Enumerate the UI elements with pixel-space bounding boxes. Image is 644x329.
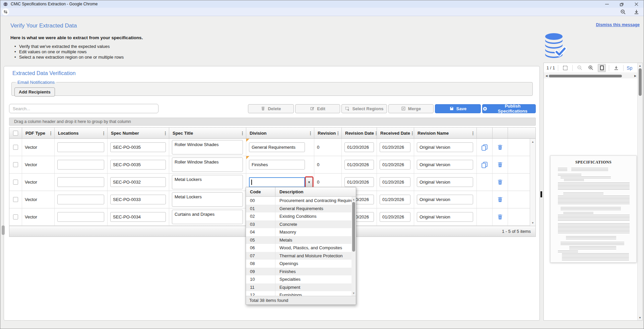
column-menu-icon[interactable]: [410, 131, 414, 136]
zoom-out-button[interactable]: [576, 64, 584, 72]
spec-title-input[interactable]: Roller Window Shades: [172, 157, 243, 172]
spec-title-input[interactable]: Metal Lockers: [172, 175, 243, 189]
dropdown-item[interactable]: 06Wood, Plastics, and Composites: [246, 244, 356, 252]
revision-date-input[interactable]: [344, 160, 374, 170]
revision-name-input[interactable]: [417, 212, 473, 222]
tune-button[interactable]: [2, 8, 9, 15]
dropdown-item[interactable]: 07Thermal and Moisture Protection: [246, 252, 356, 260]
division-dropdown-arrow-button[interactable]: [306, 177, 313, 187]
select-regions-button[interactable]: Select Regions: [341, 104, 387, 113]
column-header-division[interactable]: Division: [246, 128, 314, 138]
received-date-input[interactable]: [380, 177, 410, 187]
minimize-button[interactable]: [599, 0, 614, 8]
division-combobox-input[interactable]: [249, 177, 305, 187]
pdf-vertical-scrollbar[interactable]: [637, 63, 642, 320]
column-header-revision-name[interactable]: Revision Name: [414, 128, 477, 138]
received-date-input[interactable]: [380, 160, 410, 170]
row-checkbox[interactable]: [13, 162, 18, 167]
column-header-revision[interactable]: Revision: [314, 128, 342, 138]
download-pdf-button[interactable]: [612, 64, 620, 72]
fit-page-button[interactable]: [598, 64, 606, 72]
spec-number-input[interactable]: [110, 212, 166, 222]
group-by-drop-zone[interactable]: Drag a column header and drop it here to…: [9, 118, 536, 126]
locations-input[interactable]: [57, 195, 104, 204]
dropdown-scrollbar[interactable]: [351, 197, 356, 296]
grid-vertical-scrollbar[interactable]: [530, 139, 535, 226]
merge-button[interactable]: Merge: [388, 104, 434, 113]
row-checkbox[interactable]: [13, 214, 18, 219]
panel-splitter-mark[interactable]: [540, 191, 542, 197]
add-recipients-button[interactable]: Add Recipients: [14, 87, 55, 96]
delete-button[interactable]: Delete: [248, 104, 294, 113]
column-menu-icon[interactable]: [163, 131, 168, 136]
locations-input[interactable]: [57, 177, 104, 187]
column-header-spec-title[interactable]: Spec Title: [169, 128, 246, 138]
dropdown-item[interactable]: 10Specialties: [246, 275, 356, 283]
column-header-received-date[interactable]: Received Date: [377, 128, 414, 138]
scroll-up-icon[interactable]: [638, 64, 642, 68]
dropdown-item[interactable]: 04Masonry: [246, 228, 356, 236]
row-checkbox[interactable]: [13, 180, 18, 185]
row-checkbox[interactable]: [13, 197, 18, 202]
close-button[interactable]: [629, 0, 644, 8]
revision-date-input[interactable]: [344, 142, 374, 152]
delete-row-button[interactable]: [495, 196, 505, 203]
column-header-locations[interactable]: Locations: [55, 128, 108, 138]
delete-row-button[interactable]: [495, 214, 505, 220]
locations-input[interactable]: [57, 160, 104, 170]
revision-name-input[interactable]: [417, 142, 473, 152]
division-input[interactable]: [249, 142, 305, 152]
scroll-down-icon[interactable]: [530, 220, 535, 225]
revision-name-input[interactable]: [417, 160, 473, 170]
delete-row-button[interactable]: [495, 144, 505, 150]
spec-title-input[interactable]: Curtains and Drapes: [172, 210, 243, 224]
received-date-input[interactable]: [380, 195, 410, 204]
locations-input[interactable]: [57, 142, 104, 152]
select-all-checkbox[interactable]: [13, 131, 18, 136]
dropdown-item[interactable]: 09Finishes: [246, 268, 356, 276]
dropdown-item[interactable]: 03Concrete: [246, 220, 356, 228]
scroll-left-icon[interactable]: [544, 73, 549, 78]
region-select-button[interactable]: [561, 64, 569, 72]
received-date-input[interactable]: [380, 212, 410, 222]
revision-date-input[interactable]: [344, 177, 374, 187]
spec-number-input[interactable]: [110, 195, 166, 204]
scroll-up-icon[interactable]: [530, 139, 535, 144]
scroll-right-icon[interactable]: [633, 73, 637, 78]
column-header-pdf-type[interactable]: PDF Type: [22, 128, 55, 138]
revision-name-input[interactable]: [417, 195, 473, 204]
scrollbar-thumb[interactable]: [352, 202, 355, 252]
publish-specifications-button[interactable]: Publish Specifications: [482, 104, 536, 113]
scroll-down-icon[interactable]: [638, 316, 642, 320]
copy-row-button[interactable]: [479, 144, 490, 151]
dropdown-item[interactable]: 02Existing Conditions: [246, 212, 356, 220]
zoom-search-button[interactable]: [620, 9, 626, 15]
dropdown-item[interactable]: 01General Requirements: [246, 205, 356, 213]
left-edge-scroll-thumb[interactable]: [2, 225, 5, 235]
column-menu-icon[interactable]: [240, 131, 245, 136]
column-menu-icon[interactable]: [308, 131, 313, 136]
scroll-down-icon[interactable]: [351, 291, 356, 295]
restore-button[interactable]: [614, 0, 629, 8]
dropdown-item[interactable]: 11Equipment: [246, 283, 356, 291]
pdf-horizontal-scrollbar[interactable]: [544, 73, 638, 78]
dropdown-item[interactable]: 08Openings: [246, 260, 356, 268]
spec-title-input[interactable]: Roller Window Shades: [172, 140, 243, 154]
edit-button[interactable]: Edit: [295, 104, 340, 113]
dropdown-item[interactable]: 12Furnishings: [246, 291, 356, 296]
delete-row-button[interactable]: [495, 161, 505, 168]
spec-number-input[interactable]: [110, 160, 166, 170]
column-menu-icon[interactable]: [336, 131, 340, 136]
dropdown-item[interactable]: 00Procurement and Contracting Require...: [246, 197, 356, 205]
column-menu-icon[interactable]: [471, 131, 475, 136]
column-menu-icon[interactable]: [49, 131, 53, 136]
dropdown-item[interactable]: 05Metals: [246, 236, 356, 244]
search-input[interactable]: [9, 104, 158, 113]
division-input[interactable]: [249, 160, 305, 170]
scrollbar-thumb[interactable]: [639, 68, 642, 96]
column-header-spec-number[interactable]: Spec Number: [108, 128, 169, 138]
spec-number-input[interactable]: [110, 142, 166, 152]
zoom-in-button[interactable]: [587, 64, 595, 72]
column-menu-icon[interactable]: [102, 131, 106, 136]
column-header-revision-date[interactable]: Revision Date: [342, 128, 377, 138]
